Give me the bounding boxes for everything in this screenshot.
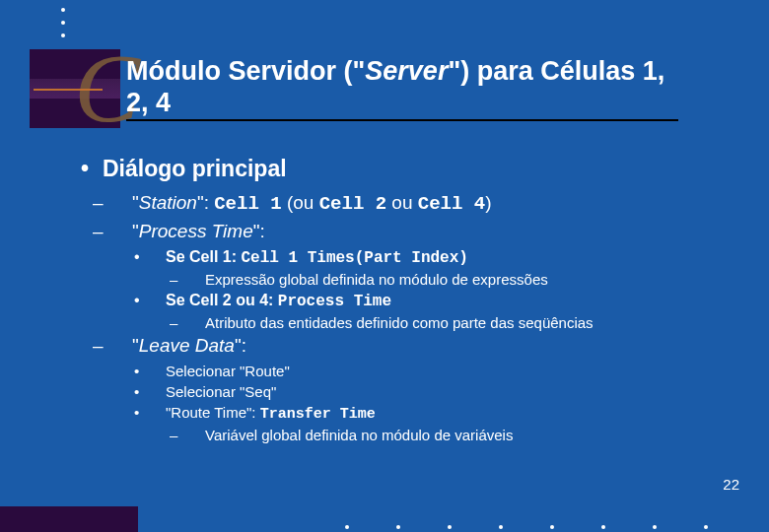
note-cell24: –Atributo das entidades definido como pa…: [187, 314, 739, 331]
content: •Diálogo principal –"Station": Cell 1 (o…: [81, 156, 739, 447]
bullet-route: •Selecionar "Route": [150, 363, 739, 379]
bullet-cell24: •Se Cell 2 ou 4: Process Time: [150, 292, 739, 310]
note-route-time: –Variável global definida no módulo de v…: [187, 427, 739, 443]
bullet-seq: •Selecionar "Seq": [150, 383, 739, 400]
bullet-l1: •Diálogo principal: [81, 156, 739, 182]
bullet-cell1: •Se Cell 1: Cell 1 Times(Part Index): [150, 248, 739, 267]
decorative-bottom-bar: [0, 506, 138, 532]
title-wrap: Módulo Servidor ("Server") para Células …: [126, 51, 737, 121]
note-cell1: –Expressão global definida no módulo de …: [187, 271, 739, 288]
bullet-process-time: –"Process Time":: [112, 221, 739, 242]
bullet-route-time: •"Route Time": Transfer Time: [150, 404, 739, 423]
bullet-leave-data: –"Leave Data":: [112, 335, 739, 357]
logo: C: [30, 49, 120, 128]
page-number: 22: [723, 476, 739, 493]
decorative-dots-top: [61, 8, 65, 37]
bullet-station: –"Station": Cell 1 (ou Cell 2 ou Cell 4): [112, 192, 739, 215]
decorative-dots-bottom: [345, 525, 708, 529]
slide-title: Módulo Servidor ("Server") para Células …: [126, 55, 678, 119]
